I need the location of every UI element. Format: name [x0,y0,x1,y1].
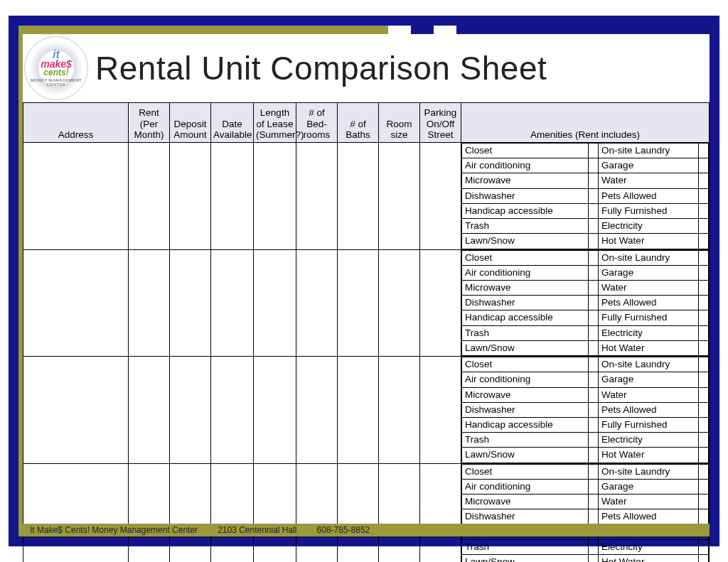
amenity-checkbox[interactable] [699,188,709,203]
amenity-checkbox[interactable] [589,144,599,158]
amenity-checkbox[interactable] [589,250,599,265]
amenity-checkbox[interactable] [699,372,709,387]
amenity-label: Hot Water [599,554,699,562]
amenity-label: Air conditioning [462,479,589,494]
amenity-label: Fully Furnished [599,417,699,432]
amenity-checkbox[interactable] [589,495,599,509]
amenity-checkbox[interactable] [589,464,599,479]
empty-cell[interactable] [296,143,338,250]
amenity-label: Microwave [462,495,589,509]
amenity-checkbox[interactable] [589,203,599,218]
empty-cell[interactable] [170,357,211,464]
empty-cell[interactable] [170,143,211,250]
empty-cell[interactable] [420,463,461,562]
empty-cell[interactable] [420,249,461,357]
amenity-checkbox[interactable] [589,325,599,340]
empty-cell[interactable] [420,357,461,464]
amenity-checkbox[interactable] [699,296,709,310]
amenity-checkbox[interactable] [699,173,709,188]
table-row: ClosetOn-site LaundryAir conditioningGar… [23,143,710,250]
empty-cell[interactable] [129,143,170,250]
amenity-checkbox[interactable] [589,265,599,280]
amenity-checkbox[interactable] [589,173,599,188]
amenity-checkbox[interactable] [589,479,599,494]
empty-cell[interactable] [23,249,129,357]
amenity-checkbox[interactable] [589,417,599,432]
amenity-checkbox[interactable] [699,219,709,234]
amenity-checkbox[interactable] [589,188,599,203]
amenity-checkbox[interactable] [699,158,709,173]
amenity-checkbox[interactable] [699,539,709,554]
amenity-checkbox[interactable] [699,495,709,509]
amenity-checkbox[interactable] [699,340,709,355]
empty-cell[interactable] [338,249,379,357]
amenity-checkbox[interactable] [699,417,709,432]
empty-cell[interactable] [23,357,129,464]
amenity-checkbox[interactable] [699,509,709,524]
amenity-checkbox[interactable] [589,340,599,355]
amenity-checkbox[interactable] [589,234,599,249]
amenity-checkbox[interactable] [699,250,709,265]
amenity-checkbox[interactable] [699,325,709,340]
empty-cell[interactable] [254,357,296,464]
empty-cell[interactable] [129,357,170,464]
empty-cell[interactable] [211,249,254,357]
logo-icon: it make$ cents! MONEY MANAGEMENT CENTER [24,36,88,100]
amenity-checkbox[interactable] [699,479,709,494]
empty-cell[interactable] [296,463,338,562]
amenity-checkbox[interactable] [589,219,599,234]
amenity-checkbox[interactable] [699,310,709,325]
amenity-checkbox[interactable] [699,203,709,218]
amenity-checkbox[interactable] [589,387,599,402]
amenity-checkbox[interactable] [699,448,709,463]
empty-cell[interactable] [379,249,420,357]
amenity-label: Hot Water [599,340,699,355]
amenity-checkbox[interactable] [699,234,709,249]
empty-cell[interactable] [296,249,338,357]
amenity-checkbox[interactable] [589,310,599,325]
empty-cell[interactable] [379,357,420,464]
empty-cell[interactable] [379,463,420,562]
amenity-checkbox[interactable] [699,387,709,402]
amenity-checkbox[interactable] [699,402,709,417]
amenity-checkbox[interactable] [589,158,599,173]
empty-cell[interactable] [379,143,420,250]
empty-cell[interactable] [338,463,379,562]
amenity-label: Lawn/Snow [462,234,589,249]
empty-cell[interactable] [254,143,296,250]
empty-cell[interactable] [254,463,296,562]
amenity-checkbox[interactable] [699,433,709,448]
empty-cell[interactable] [338,143,379,250]
amenity-checkbox[interactable] [589,357,599,372]
amenity-checkbox[interactable] [589,372,599,387]
amenity-checkbox[interactable] [589,509,599,524]
empty-cell[interactable] [23,143,129,250]
amenity-checkbox[interactable] [589,433,599,448]
amenity-checkbox[interactable] [699,265,709,280]
empty-cell[interactable] [170,463,211,562]
empty-cell[interactable] [211,463,254,562]
amenity-checkbox[interactable] [589,554,599,562]
empty-cell[interactable] [23,463,129,562]
amenity-label: On-site Laundry [599,464,699,479]
amenity-checkbox[interactable] [699,554,709,562]
amenity-checkbox[interactable] [589,539,599,554]
amenity-checkbox[interactable] [699,144,709,158]
empty-cell[interactable] [211,357,254,464]
amenity-checkbox[interactable] [699,464,709,479]
amenity-checkbox[interactable] [589,448,599,463]
empty-cell[interactable] [170,249,211,357]
amenity-label: Air conditioning [462,372,589,387]
amenity-checkbox[interactable] [589,402,599,417]
amenity-checkbox[interactable] [699,280,709,295]
empty-cell[interactable] [129,463,170,562]
amenity-checkbox[interactable] [589,296,599,310]
empty-cell[interactable] [211,143,254,250]
empty-cell[interactable] [338,357,379,464]
amenity-checkbox[interactable] [589,280,599,295]
empty-cell[interactable] [129,249,170,357]
empty-cell[interactable] [420,143,461,250]
empty-cell[interactable] [254,249,296,357]
amenity-checkbox[interactable] [699,357,709,372]
empty-cell[interactable] [296,357,338,464]
